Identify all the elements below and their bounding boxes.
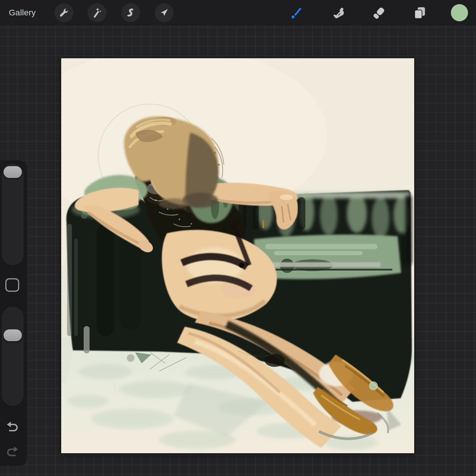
layers-button[interactable] bbox=[412, 5, 428, 21]
drawing-canvas[interactable] bbox=[61, 58, 414, 453]
erase-tool-button[interactable] bbox=[371, 5, 387, 21]
modify-button[interactable] bbox=[5, 278, 19, 292]
magic-wand-icon bbox=[91, 7, 103, 18]
transform-button[interactable] bbox=[155, 3, 174, 22]
wrench-icon bbox=[58, 7, 69, 18]
top-toolbar: Gallery bbox=[0, 0, 476, 25]
paint-tool-button[interactable] bbox=[288, 5, 305, 21]
brush-size-slider[interactable] bbox=[2, 164, 23, 265]
undo-button[interactable] bbox=[6, 420, 19, 433]
redo-button[interactable] bbox=[6, 445, 19, 458]
artwork[interactable] bbox=[61, 58, 414, 453]
eraser-icon bbox=[371, 5, 387, 21]
color-swatch-circle bbox=[451, 4, 468, 22]
layers-icon bbox=[412, 5, 428, 21]
brush-opacity-handle[interactable] bbox=[4, 329, 22, 341]
garter-buckle bbox=[239, 263, 244, 268]
transform-arrow-icon bbox=[158, 7, 170, 18]
brush-sidebar bbox=[0, 160, 27, 466]
color-swatch-button[interactable] bbox=[451, 4, 468, 22]
selection-s-icon bbox=[125, 7, 136, 18]
actions-button[interactable] bbox=[54, 3, 73, 22]
selection-button[interactable] bbox=[121, 3, 140, 22]
gallery-button[interactable]: Gallery bbox=[9, 0, 36, 25]
paintbrush-icon bbox=[289, 5, 304, 21]
adjustments-button[interactable] bbox=[88, 3, 106, 22]
brush-opacity-slider[interactable] bbox=[2, 307, 23, 406]
brush-size-handle[interactable] bbox=[4, 166, 22, 178]
redo-icon bbox=[6, 445, 19, 458]
smudge-finger-icon bbox=[331, 5, 346, 21]
smudge-tool-button[interactable] bbox=[330, 5, 347, 21]
undo-icon bbox=[6, 420, 19, 433]
